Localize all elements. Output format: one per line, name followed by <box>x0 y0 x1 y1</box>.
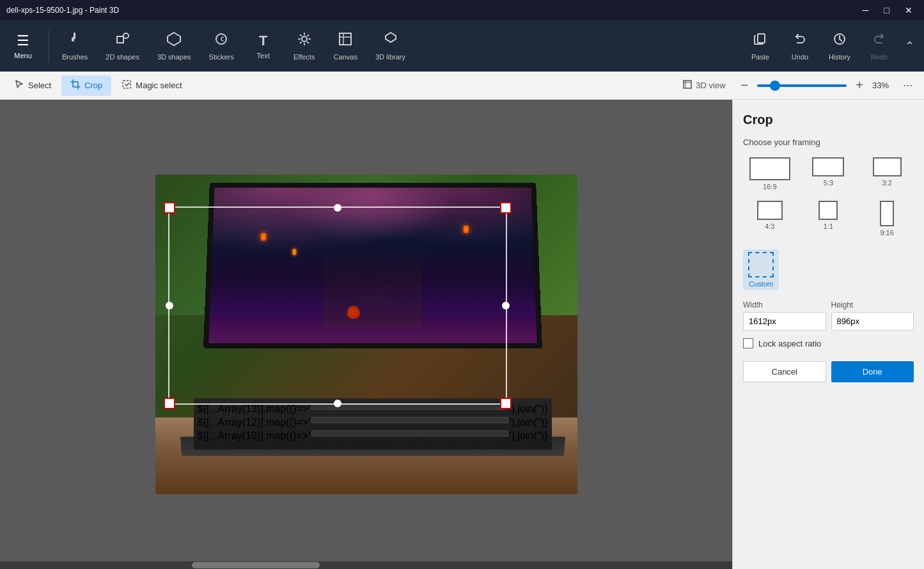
zoom-in-button[interactable]: + <box>852 77 867 94</box>
history-icon <box>832 31 847 51</box>
toolbar-3dlibrary[interactable]: 3D library <box>368 27 413 65</box>
toolbar-paste[interactable]: Paste <box>741 27 779 65</box>
svg-rect-0 <box>74 33 75 39</box>
height-input[interactable] <box>831 312 914 331</box>
toolbar-stickers[interactable]: Stickers <box>201 27 242 65</box>
dimensions-row: Width Height <box>743 300 914 331</box>
menu-icon: ☰ <box>17 33 29 49</box>
text-label: Text <box>257 52 270 59</box>
3dshapes-icon <box>166 31 182 51</box>
framing-box-3-2 <box>873 157 902 176</box>
framing-box-5-3 <box>812 157 844 176</box>
framing-4-3[interactable]: 4:3 <box>743 198 797 239</box>
subtool-select[interactable]: Select <box>5 75 60 96</box>
3dview-label: 3D view <box>696 81 725 90</box>
zoom-percent: 33% <box>872 81 898 90</box>
more-button[interactable]: ··· <box>903 79 912 92</box>
redo-label: Redo <box>871 53 888 61</box>
subtool-crop[interactable]: Crop <box>61 75 111 96</box>
undo-icon <box>792 31 808 51</box>
undo-label: Undo <box>792 53 808 61</box>
text-icon: T <box>259 33 267 49</box>
done-button[interactable]: Done <box>831 361 914 382</box>
select-cursor-icon <box>14 79 24 92</box>
lock-aspect-row: Lock aspect ratio <box>743 338 914 348</box>
brushes-label: Brushes <box>62 53 88 61</box>
ratio-label-custom: Custom <box>749 280 773 288</box>
maximize-button[interactable]: □ <box>879 4 895 17</box>
paste-icon <box>753 31 768 51</box>
ratio-label-3-2: 3:2 <box>882 179 892 187</box>
ratio-label-9-16: 9:16 <box>880 229 893 237</box>
width-group: Width <box>743 300 826 331</box>
height-group: Height <box>831 300 914 331</box>
main-area: ${[...Array(13)].map(()=>'').join('')} $… <box>0 100 924 569</box>
toolbar: ☰ Menu Brushes 2D shapes 3D shapes Stick… <box>0 20 924 72</box>
effects-icon <box>297 31 312 51</box>
canvas-icon <box>338 31 353 51</box>
redo-icon <box>872 31 887 51</box>
crop-label: Crop <box>84 81 102 90</box>
toolbar-redo[interactable]: Redo <box>860 27 898 65</box>
framing-1-1[interactable]: 1:1 <box>802 198 856 239</box>
toolbar-undo[interactable]: Undo <box>781 27 819 65</box>
toolbar-right: Paste Undo History Redo ⌃ <box>741 27 919 65</box>
toolbar-collapse[interactable]: ⌃ <box>900 35 919 57</box>
laptop-image: ${[...Array(13)].map(()=>'').join('')} $… <box>155 175 577 494</box>
scrollbar-thumb[interactable] <box>192 562 320 568</box>
subtool-magic-select[interactable]: Magic select <box>113 75 191 96</box>
close-button[interactable]: ✕ <box>900 4 918 17</box>
framing-custom[interactable]: Custom <box>743 249 779 290</box>
panel-title: Crop <box>743 113 914 127</box>
ratio-label-5-3: 5:3 <box>824 179 833 187</box>
toolbar-canvas[interactable]: Canvas <box>326 27 365 65</box>
2dshapes-icon <box>115 31 130 51</box>
zoom-out-button[interactable]: − <box>737 77 753 94</box>
width-input[interactable] <box>743 312 826 331</box>
magic-select-label: Magic select <box>136 81 182 90</box>
framing-3-2[interactable]: 3:2 <box>860 155 914 193</box>
svg-rect-5 <box>340 33 351 45</box>
stickers-label: Stickers <box>209 53 234 61</box>
canvas-area[interactable]: ${[...Array(13)].map(()=>'').join('')} $… <box>0 100 732 569</box>
3dlibrary-label: 3D library <box>375 53 405 61</box>
zoom-bar: 3D view − + 33% ··· <box>677 77 919 94</box>
svg-rect-6 <box>758 34 765 43</box>
lock-aspect-checkbox[interactable] <box>743 338 753 348</box>
effects-label: Effects <box>294 53 315 61</box>
crop-icon <box>70 79 81 92</box>
svg-point-4 <box>302 36 307 42</box>
canvas-label: Canvas <box>334 53 357 61</box>
paste-label: Paste <box>751 53 769 61</box>
framing-5-3[interactable]: 5:3 <box>802 155 856 193</box>
zoom-slider[interactable] <box>757 84 847 87</box>
toolbar-text[interactable]: T Text <box>244 29 283 63</box>
image-container: ${[...Array(13)].map(()=>'').join('')} $… <box>155 175 577 494</box>
toolbar-effects[interactable]: Effects <box>285 27 324 65</box>
stickers-icon <box>214 31 229 51</box>
magic-select-icon <box>121 79 132 92</box>
horizontal-scrollbar[interactable] <box>0 561 732 569</box>
right-panel: Crop Choose your framing 16:9 5:3 3:2 <box>732 100 924 569</box>
framing-box-1-1 <box>818 201 838 220</box>
framing-16-9[interactable]: 16:9 <box>743 155 797 193</box>
framing-9-16[interactable]: 9:16 <box>860 198 914 239</box>
toolbar-brushes[interactable]: Brushes <box>54 27 95 65</box>
svg-rect-8 <box>123 81 130 88</box>
titlebar-title: dell-xps-15-9500-1.jpg - Paint 3D <box>6 6 119 15</box>
toolbar-3dshapes[interactable]: 3D shapes <box>150 27 199 65</box>
minimize-button[interactable]: ─ <box>857 4 874 17</box>
3dview-button[interactable]: 3D view <box>677 77 732 93</box>
cancel-button[interactable]: Cancel <box>743 361 826 382</box>
menu-button[interactable]: ☰ Menu <box>5 24 41 68</box>
ratio-label-4-3: 4:3 <box>765 222 774 230</box>
svg-point-2 <box>123 33 129 38</box>
toolbar-history[interactable]: History <box>820 27 859 65</box>
toolbar-divider <box>49 30 49 62</box>
3dshapes-label: 3D shapes <box>157 53 191 61</box>
toolbar-2dshapes[interactable]: 2D shapes <box>98 27 147 65</box>
choose-framing-label: Choose your framing <box>743 137 914 147</box>
titlebar: dell-xps-15-9500-1.jpg - Paint 3D ─ □ ✕ <box>0 0 924 20</box>
collapse-icon: ⌃ <box>905 39 914 53</box>
svg-rect-9 <box>684 81 691 88</box>
